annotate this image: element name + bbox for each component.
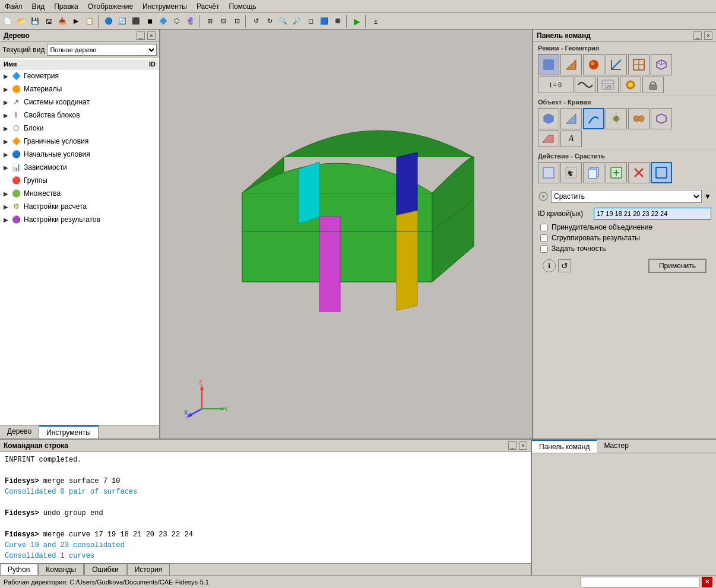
axis-indicator: Z Y X bbox=[184, 379, 232, 421]
cmd-line-close[interactable]: × bbox=[519, 441, 527, 450]
menu-file[interactable]: Файл bbox=[0, 1, 27, 12]
toolbar-open[interactable]: 📂 bbox=[15, 15, 28, 28]
cmd-tab-commands[interactable]: Команды bbox=[38, 564, 84, 575]
toolbar-btn22[interactable]: 🟦 bbox=[318, 15, 331, 28]
act-btn-create[interactable] bbox=[538, 162, 559, 183]
status-input[interactable] bbox=[581, 577, 699, 587]
undo-button[interactable]: ↺ bbox=[558, 259, 571, 272]
obj-btn-eraser[interactable] bbox=[538, 131, 559, 147]
tree-item-mat[interactable]: ▶ 🟠 Материалы bbox=[0, 82, 159, 96]
toolbar-run[interactable]: ▶ bbox=[350, 15, 363, 28]
mode-btn-wave[interactable] bbox=[575, 77, 596, 93]
curve-id-input[interactable] bbox=[594, 208, 711, 220]
tree-tab-tree[interactable]: Дерево bbox=[0, 425, 39, 438]
act-btn-merge[interactable] bbox=[651, 162, 672, 183]
tree-view-select[interactable]: Полное дерево bbox=[47, 44, 157, 56]
obj-btn-curve[interactable] bbox=[583, 108, 604, 129]
toolbar-btn23[interactable]: 🔳 bbox=[331, 15, 344, 28]
toolbar-save[interactable]: 💾 bbox=[28, 15, 42, 28]
mode-btn-solid[interactable] bbox=[538, 54, 559, 75]
menu-tools[interactable]: Инструменты bbox=[138, 1, 192, 12]
tree-close-btn[interactable]: × bbox=[147, 31, 156, 40]
checkbox-group[interactable] bbox=[540, 234, 548, 242]
status-error-btn[interactable]: ✕ bbox=[702, 577, 712, 587]
act-btn-copy[interactable] bbox=[583, 162, 604, 183]
checkbox-forced-row: Принудительное объединение bbox=[538, 223, 711, 231]
cmd-panel-minimize[interactable]: _ bbox=[693, 31, 702, 40]
tree-item-results-settings[interactable]: ▶ 🟣 Настройки результатов bbox=[0, 213, 159, 226]
mode-btn-medal[interactable] bbox=[620, 77, 641, 93]
obj-btn-mesh[interactable] bbox=[651, 108, 672, 129]
toolbar-btn10[interactable]: ◼ bbox=[143, 15, 156, 28]
cmd-panel-close[interactable]: × bbox=[704, 31, 712, 40]
merge-select[interactable]: Срастить bbox=[551, 190, 702, 203]
cmd-tab-python[interactable]: Python bbox=[0, 564, 37, 575]
mode-btn-mesh[interactable] bbox=[628, 54, 650, 75]
tree-item-boundary[interactable]: ▶ 🔶 Граничные условия bbox=[0, 135, 159, 148]
cmd-panel-bottom-buttons: ℹ ↺ Применить bbox=[538, 255, 711, 276]
toolbar-btn16[interactable]: ⊡ bbox=[230, 15, 243, 28]
menu-display[interactable]: Отображение bbox=[83, 1, 138, 12]
tree-item-geo[interactable]: ▶ 🔷 Геометрия bbox=[0, 69, 159, 82]
toolbar-extra1[interactable]: ± bbox=[369, 15, 382, 28]
act-btn-select[interactable] bbox=[560, 162, 582, 183]
bottom-right-tab-master[interactable]: Мастер bbox=[597, 440, 636, 453]
obj-btn-group[interactable] bbox=[628, 108, 650, 129]
tree-item-blocks[interactable]: ▶ ⬡ Блоки bbox=[0, 122, 159, 135]
obj-btn-surface[interactable] bbox=[560, 108, 582, 129]
obj-btn-text[interactable]: A bbox=[560, 131, 582, 147]
cmd-tab-errors[interactable]: Ошибки bbox=[84, 564, 126, 575]
checkbox-forced[interactable] bbox=[540, 224, 548, 231]
obj-btn-solid[interactable] bbox=[538, 108, 559, 129]
toolbar-btn20[interactable]: 🔎 bbox=[290, 15, 303, 28]
act-btn-move[interactable] bbox=[606, 162, 627, 183]
toolbar-btn13[interactable]: 🔮 bbox=[184, 15, 197, 28]
mode-btn-material[interactable] bbox=[583, 54, 604, 75]
apply-button[interactable]: Применить bbox=[648, 259, 707, 273]
toolbar-btn19[interactable]: 🔍 bbox=[277, 15, 290, 28]
obj-btn-point[interactable] bbox=[606, 108, 627, 129]
cmd-line-minimize[interactable]: _ bbox=[508, 441, 517, 450]
tree-item-block-props[interactable]: ▶ I Свойства блоков bbox=[0, 109, 159, 122]
toolbar-btn21[interactable]: ◻ bbox=[304, 15, 317, 28]
mode-btn-calc[interactable]: 123 bbox=[597, 77, 619, 93]
mode-btn-graph[interactable] bbox=[606, 54, 627, 75]
tree-minimize-btn[interactable]: _ bbox=[137, 31, 145, 40]
bottom-right-tab-panel[interactable]: Панель команд bbox=[532, 440, 597, 453]
tree-item-groups[interactable]: 🔴 Группы bbox=[0, 174, 159, 187]
toolbar-save2[interactable]: 🖫 bbox=[42, 15, 55, 28]
mode-btn-surface[interactable] bbox=[560, 54, 582, 75]
info-button[interactable]: ℹ bbox=[543, 259, 556, 272]
toolbar-btn5[interactable]: ▶ bbox=[69, 15, 83, 28]
toolbar-btn15[interactable]: ⊟ bbox=[217, 15, 230, 28]
toolbar-btn7[interactable]: 🔵 bbox=[102, 15, 115, 28]
act-btn-delete[interactable] bbox=[628, 162, 650, 183]
toolbar-btn11[interactable]: 🔷 bbox=[157, 15, 170, 28]
toolbar-btn17[interactable]: ↺ bbox=[249, 15, 262, 28]
cmd-tab-history[interactable]: История bbox=[127, 564, 170, 575]
toolbar-btn9[interactable]: ⬛ bbox=[129, 15, 142, 28]
tree-item-initial[interactable]: ▶ 🔵 Начальные условия bbox=[0, 148, 159, 161]
tree-tab-tools[interactable]: Инструменты bbox=[39, 425, 99, 438]
menu-edit[interactable]: Правка bbox=[49, 1, 83, 12]
tree-item-calc-settings[interactable]: ▶ ⚙ Настройки расчета bbox=[0, 200, 159, 213]
status-right: ✕ bbox=[581, 577, 712, 587]
tree-item-sets[interactable]: ▶ 🟢 Множества bbox=[0, 187, 159, 200]
menu-help[interactable]: Помощь bbox=[224, 1, 261, 12]
toolbar-btn12[interactable]: ⬡ bbox=[170, 15, 183, 28]
checkbox-precision[interactable] bbox=[540, 245, 548, 253]
mode-btn-time[interactable]: t = 0 bbox=[538, 77, 574, 93]
toolbar-btn8[interactable]: 🔄 bbox=[116, 15, 129, 28]
tree-item-deps[interactable]: ▶ 📊 Зависимости bbox=[0, 161, 159, 174]
menu-calc[interactable]: Расчёт bbox=[192, 1, 224, 12]
menu-view[interactable]: Вид bbox=[27, 1, 50, 12]
tree-item-coord[interactable]: ▶ ↗ Системы координат bbox=[0, 96, 159, 109]
mode-btn-3d[interactable] bbox=[651, 54, 672, 75]
viewport-3d[interactable]: Z Y X bbox=[160, 30, 532, 438]
toolbar-btn14[interactable]: ⊞ bbox=[203, 15, 216, 28]
toolbar-new[interactable]: 📄 bbox=[1, 15, 14, 28]
toolbar-btn18[interactable]: ↻ bbox=[263, 15, 276, 28]
toolbar-import[interactable]: 📥 bbox=[56, 15, 69, 28]
toolbar-btn6[interactable]: 📋 bbox=[83, 15, 96, 28]
mode-btn-lock[interactable] bbox=[642, 77, 664, 93]
